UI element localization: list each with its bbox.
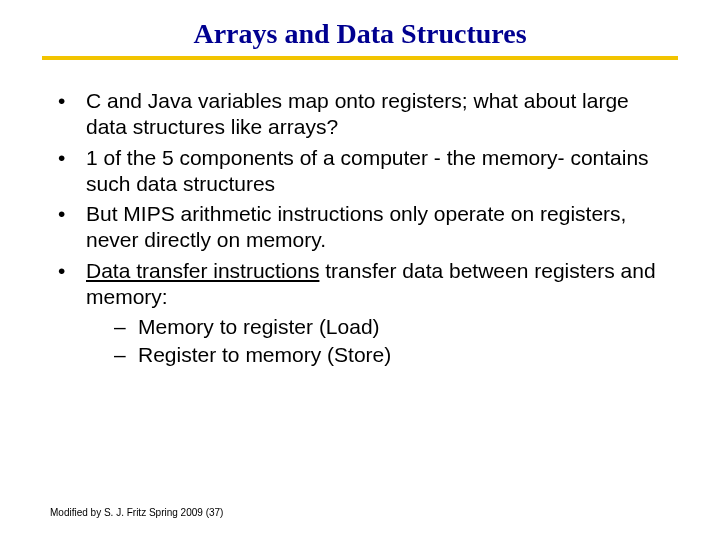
slide-title: Arrays and Data Structures — [193, 18, 526, 50]
bullet-item: • C and Java variables map onto register… — [58, 88, 670, 141]
underlined-phrase: Data transfer instructions — [86, 259, 319, 282]
bullet-marker: • — [58, 88, 86, 141]
bullet-item: • Data transfer instructions transfer da… — [58, 258, 670, 311]
bullet-text: But MIPS arithmetic instructions only op… — [86, 201, 670, 254]
bullet-marker: • — [58, 258, 86, 311]
bullet-text: C and Java variables map onto registers;… — [86, 88, 670, 141]
sub-bullet-marker: – — [114, 342, 138, 368]
sub-bullet-text: Memory to register (Load) — [138, 314, 380, 340]
slide-footer: Modified by S. J. Fritz Spring 2009 (37) — [50, 507, 223, 518]
slide-body: • C and Java variables map onto register… — [0, 60, 720, 369]
bullet-item: • But MIPS arithmetic instructions only … — [58, 201, 670, 254]
sub-bullet-text: Register to memory (Store) — [138, 342, 391, 368]
sub-bullet-item: – Register to memory (Store) — [114, 342, 670, 368]
bullet-marker: • — [58, 145, 86, 198]
sub-bullet-marker: – — [114, 314, 138, 340]
bullet-marker: • — [58, 201, 86, 254]
bullet-text: 1 of the 5 components of a computer - th… — [86, 145, 670, 198]
sub-bullet-item: – Memory to register (Load) — [114, 314, 670, 340]
bullet-item: • 1 of the 5 components of a computer - … — [58, 145, 670, 198]
bullet-text: Data transfer instructions transfer data… — [86, 258, 670, 311]
